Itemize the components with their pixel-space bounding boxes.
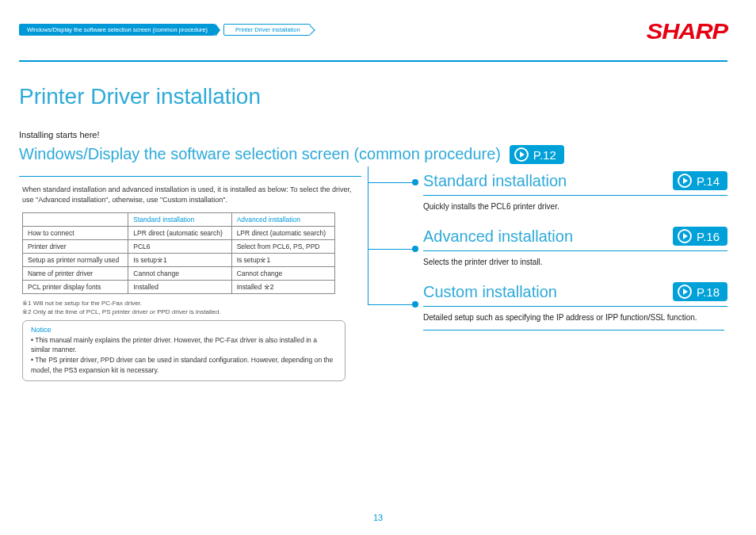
page-link-label: P.14 — [697, 174, 720, 188]
notice-line-2: The PS printer driver, PPD driver can be… — [31, 355, 337, 376]
subheading: Windows/Display the software selection s… — [19, 145, 501, 162]
section-title: Custom installation — [423, 283, 557, 301]
footnote-1: ※1 Will not be setup for the PC-Fax driv… — [22, 299, 361, 308]
divider — [19, 176, 361, 177]
play-icon — [678, 285, 692, 299]
page-link-p16[interactable]: P.16 — [673, 227, 727, 246]
connector-lines — [361, 171, 423, 353]
page-link-p14[interactable]: P.14 — [673, 171, 727, 190]
table-row: Printer driver PCL6 Select from PCL6, PS… — [23, 240, 335, 254]
table-row: PCL printer display fonts Installed Inst… — [23, 281, 335, 294]
notice-box: Notice This manual mainly explains the p… — [22, 320, 346, 381]
breadcrumb-item-2[interactable]: Printer Driver installation — [223, 24, 311, 36]
section-desc: Detailed setup such as specifying the IP… — [423, 313, 727, 322]
section-title: Standard installation — [423, 172, 567, 190]
page-link-label: P.12 — [533, 148, 556, 162]
page-link-p18[interactable]: P.18 — [673, 282, 727, 301]
section-custom: Custom installation P.18 Detailed setup … — [423, 282, 727, 331]
page-title: Printer Driver installation — [19, 84, 727, 109]
breadcrumb: Windows/Display the software selection s… — [19, 24, 311, 36]
play-icon — [678, 229, 692, 243]
play-icon — [514, 147, 529, 162]
page-link-p12[interactable]: P.12 — [510, 145, 564, 164]
page-link-label: P.18 — [697, 285, 720, 299]
left-column: When standard installation and advanced … — [19, 171, 361, 381]
table-header — [23, 213, 128, 227]
section-desc: Selects the printer driver to install. — [423, 258, 727, 266]
footnote-2: ※2 Only at the time of PCL, PS printer d… — [22, 308, 361, 316]
body-text: When standard installation and advanced … — [19, 185, 361, 204]
play-icon — [678, 174, 692, 188]
brand-logo: SHARP — [647, 19, 727, 44]
table-header-row: Standard installation Advanced installat… — [23, 213, 335, 227]
table-row: How to connect LPR direct (automatic sea… — [23, 227, 335, 240]
divider — [423, 330, 724, 331]
section-advanced: Advanced installation P.16 Selects the p… — [423, 227, 727, 266]
section-standard: Standard installation P.14 Quickly insta… — [423, 171, 727, 211]
right-column: Standard installation P.14 Quickly insta… — [361, 171, 727, 381]
section-title: Advanced installation — [423, 227, 573, 246]
table-header: Standard installation — [128, 213, 231, 227]
page-link-label: P.16 — [697, 230, 720, 243]
table-row: Setup as printer normally used Is setup※… — [23, 254, 335, 267]
notice-line-1: This manual mainly explains the printer … — [31, 335, 337, 356]
divider-top — [19, 60, 727, 62]
section-desc: Quickly installs the PCL6 printer driver… — [423, 202, 727, 211]
footnotes: ※1 Will not be setup for the PC-Fax driv… — [22, 299, 361, 316]
topbar: Windows/Display the software selection s… — [19, 19, 727, 44]
intro-text: Installing starts here! — [19, 130, 727, 139]
comparison-table: Standard installation Advanced installat… — [22, 212, 335, 294]
page-number: 13 — [0, 513, 756, 522]
breadcrumb-item-1[interactable]: Windows/Display the software selection s… — [19, 24, 216, 36]
notice-title: Notice — [31, 326, 337, 334]
table-row: Name of printer driver Cannot change Can… — [23, 267, 335, 281]
table-header: Advanced installation — [231, 213, 334, 227]
